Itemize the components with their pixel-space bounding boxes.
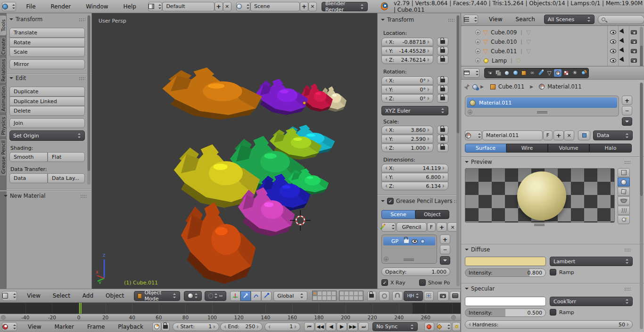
selectable-cursor-icon[interactable] bbox=[619, 57, 627, 65]
play-reverse-button[interactable]: ◀ bbox=[326, 322, 336, 331]
tab-relations[interactable]: Relations bbox=[0, 57, 7, 83]
rotation-y-field[interactable]: Y:0° bbox=[381, 85, 433, 94]
layer-cell-active[interactable] bbox=[313, 291, 317, 296]
menu-object[interactable]: Object bbox=[101, 292, 128, 299]
timeline-ruler[interactable]: -40-200204060801001201401601802002202402… bbox=[0, 314, 461, 321]
specular-shader-dropdown[interactable]: CookTorr bbox=[550, 297, 633, 306]
lock-rotation-x-button[interactable] bbox=[437, 76, 448, 85]
diffuse-panel-header[interactable]: Diffuse bbox=[465, 246, 633, 253]
gpencil-layer-add-button[interactable]: + bbox=[440, 235, 450, 244]
slot-remove-button[interactable]: − bbox=[622, 106, 632, 115]
tab-world-icon[interactable] bbox=[512, 69, 519, 77]
opengl-render-image-button[interactable] bbox=[438, 291, 448, 301]
gpencil-scene-tab[interactable]: Scene bbox=[381, 210, 415, 219]
preview-monkey-button[interactable] bbox=[618, 196, 630, 205]
dimensions-x-field[interactable]: X:14.119 bbox=[381, 164, 448, 172]
tab-tools[interactable]: Tools bbox=[0, 15, 7, 36]
layer-cell[interactable] bbox=[354, 296, 358, 300]
close-scene-button[interactable]: × bbox=[308, 2, 317, 11]
rotate-button[interactable]: Rotate bbox=[9, 38, 85, 47]
menu-view[interactable]: View bbox=[23, 292, 44, 299]
tab-material-icon[interactable] bbox=[554, 69, 561, 77]
selectable-cursor-icon[interactable] bbox=[619, 28, 627, 37]
record-button[interactable] bbox=[424, 322, 434, 331]
specular-color-swatch[interactable] bbox=[465, 297, 546, 306]
layer-cell[interactable] bbox=[344, 296, 349, 300]
menu-search[interactable]: Search bbox=[512, 16, 539, 23]
npanel-scrollbar[interactable] bbox=[456, 15, 460, 286]
specular-ramp-checkbox[interactable] bbox=[550, 309, 556, 316]
slot-add-button[interactable]: + bbox=[622, 96, 632, 105]
lock-location-x-button[interactable] bbox=[437, 38, 448, 46]
scene-icon-button[interactable] bbox=[236, 2, 250, 11]
layer-cell[interactable] bbox=[339, 291, 344, 296]
pivot-point-dropdown[interactable]: ↔ bbox=[205, 291, 226, 301]
display-mode-dropdown[interactable]: All Scenes bbox=[544, 15, 594, 24]
snap-button[interactable] bbox=[392, 291, 403, 301]
tab-render-layers-icon[interactable] bbox=[495, 69, 502, 77]
outliner-row-cube011[interactable]: + ▽ Cube.011 | ▽ bbox=[461, 47, 644, 56]
tab-scene-icon[interactable] bbox=[503, 69, 511, 77]
layer-cell[interactable] bbox=[358, 296, 363, 300]
add-layout-button[interactable]: + bbox=[215, 2, 223, 11]
keying-set-dropdown[interactable] bbox=[437, 322, 451, 331]
add-scene-button[interactable]: + bbox=[300, 2, 308, 11]
delete-button[interactable]: Delete bbox=[9, 106, 85, 116]
breadcrumb-object[interactable]: Cube.011 bbox=[498, 83, 524, 90]
mat-type-tab-wire[interactable]: Wire bbox=[506, 144, 548, 153]
tab-particles-icon[interactable]: ✳ bbox=[571, 69, 578, 77]
render-engine-dropdown[interactable]: Blender Render bbox=[322, 2, 368, 11]
preview-resize-grip[interactable] bbox=[534, 224, 545, 226]
preview-cube-button[interactable] bbox=[618, 187, 630, 196]
visibility-eye-icon[interactable] bbox=[610, 49, 616, 53]
current-frame-marker[interactable] bbox=[79, 303, 82, 314]
jump-to-start-button[interactable]: ⏮︎ bbox=[304, 322, 314, 331]
gpencil-layer-row[interactable]: GP bbox=[383, 237, 435, 245]
gpencil-panel-header[interactable]: ✓ Grease Pencil Layers bbox=[381, 198, 458, 204]
link-mode-dropdown[interactable]: Data bbox=[593, 130, 633, 140]
scale-button[interactable]: Scale bbox=[9, 47, 85, 57]
layer-cell[interactable] bbox=[313, 296, 317, 300]
tab-grease-pencil[interactable]: Grease Pencil bbox=[0, 138, 7, 176]
shade-smooth-button[interactable]: Smooth bbox=[9, 152, 48, 162]
menu-frame[interactable]: Frame bbox=[83, 324, 109, 330]
layer-cell[interactable] bbox=[349, 291, 354, 296]
expand-icon[interactable]: + bbox=[475, 30, 480, 35]
menu-render[interactable]: Render bbox=[47, 3, 75, 10]
toolshelf-scrollbar[interactable] bbox=[87, 15, 91, 185]
material-slot-row[interactable]: Material.011 bbox=[467, 97, 617, 108]
lock-rotation-z-button[interactable] bbox=[437, 94, 448, 103]
tab-object-data-icon[interactable]: ▽ bbox=[545, 69, 553, 77]
translate-button[interactable]: Translate bbox=[9, 28, 85, 38]
panel-grip[interactable] bbox=[448, 18, 454, 22]
editor-type-outliner-button[interactable] bbox=[463, 15, 478, 24]
cursor-3d[interactable] bbox=[290, 210, 311, 231]
current-frame-field[interactable]: 1 bbox=[264, 323, 300, 331]
outliner-row-cube010[interactable]: + ▽ Cube.010 | ▽ bbox=[461, 37, 644, 46]
material-name-field[interactable]: Material.011 bbox=[482, 130, 543, 140]
car-orange[interactable] bbox=[162, 67, 262, 120]
renderable-camera-icon[interactable] bbox=[631, 49, 637, 53]
rotation-z-field[interactable]: Z:0° bbox=[381, 94, 433, 103]
screen-layout-field[interactable]: Default bbox=[162, 2, 214, 11]
renderable-camera-icon[interactable] bbox=[631, 58, 637, 63]
menu-window[interactable]: Window bbox=[82, 3, 112, 10]
menu-add[interactable]: Add bbox=[78, 292, 98, 299]
shade-flat-button[interactable]: Flat bbox=[48, 152, 85, 162]
close-layout-button[interactable]: × bbox=[223, 2, 231, 11]
layer-cell[interactable] bbox=[327, 296, 331, 300]
tab-object-icon[interactable] bbox=[520, 69, 528, 77]
frame-start-field[interactable]: Start:1 bbox=[173, 323, 219, 331]
diffuse-ramp-checkbox[interactable] bbox=[550, 269, 556, 275]
specular-hardness-slider[interactable]: Hardness:50 bbox=[465, 320, 633, 329]
lock-to-scene-button[interactable] bbox=[367, 291, 377, 301]
visibility-eye-icon[interactable] bbox=[610, 40, 616, 44]
tab-create[interactable]: Create bbox=[0, 37, 7, 56]
breadcrumb-material[interactable]: Material.011 bbox=[547, 83, 581, 90]
frame-end-field[interactable]: End:250 bbox=[220, 323, 263, 331]
selectable-cursor-icon[interactable] bbox=[619, 47, 627, 56]
manipulator-scale-button[interactable] bbox=[261, 291, 272, 301]
proportional-edit-button[interactable] bbox=[379, 291, 389, 301]
layer-cell[interactable] bbox=[354, 291, 358, 296]
mode-dropdown[interactable]: Object Mode bbox=[134, 291, 180, 301]
